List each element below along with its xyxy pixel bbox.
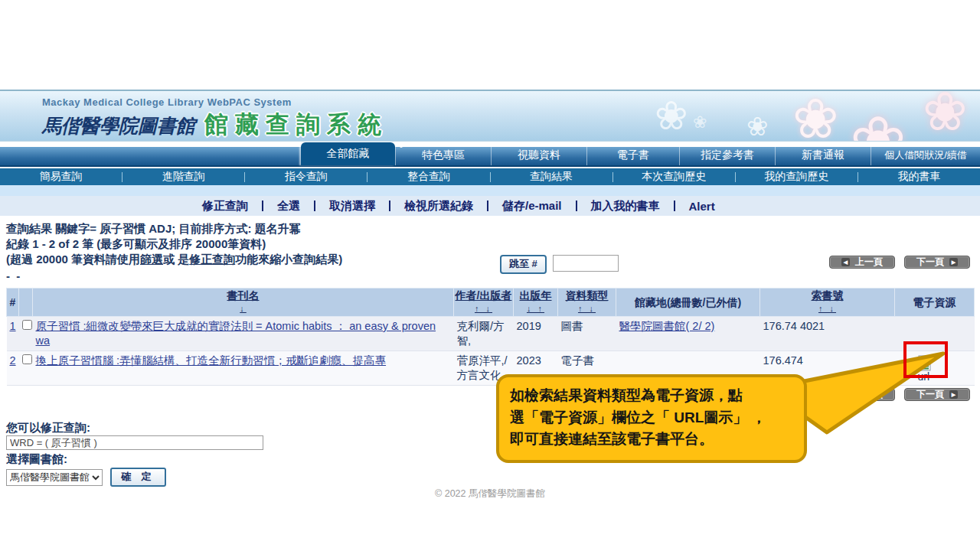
refine-search-form: 您可以修正查詢: 選擇圖書館: 馬偕醫學院圖書館 確 定 — [6, 420, 263, 487]
flower-icon: ❀ — [655, 93, 688, 139]
menu-simple-search[interactable]: 簡易查詢 — [0, 170, 122, 184]
col-checkbox — [19, 289, 33, 317]
menu-search-results[interactable]: 查詢結果 — [491, 170, 612, 184]
sort-callno-link[interactable]: 索書號 — [812, 289, 844, 302]
query-input[interactable] — [6, 435, 263, 450]
tab-special-zone[interactable]: 特色專區 — [395, 145, 491, 165]
tab-new-books[interactable]: 新書通報 — [775, 145, 871, 165]
toolbar-divider — [674, 201, 675, 211]
table-header-row: # 書刊名 ↓ 作者/出版者 ↑ ↓ 出版年 ↓ ↑ 資料類型 ↑ ↓ 館藏地(… — [7, 289, 975, 317]
col-title: 書刊名 ↓ — [33, 289, 454, 317]
collection-tabbar: 全部館藏 特色專區 視聽資料 電子書 指定參考書 新書通報 個人借閱狀況/續借 — [0, 147, 980, 167]
record-title-link[interactable]: 原子習慣 :細微改變帶來巨大成就的實證法則 = Atomic habits ： … — [36, 320, 436, 347]
sort-title-link[interactable]: 書刊名 — [227, 289, 260, 302]
instruction-callout: 如檢索結果資料類型為電子資源，點 選「電子資源」欄位之「 URL圖示」 ， 即可… — [496, 374, 807, 463]
tab-ebooks[interactable]: 電子書 — [586, 145, 679, 165]
jump-page-input[interactable] — [553, 255, 619, 272]
view-selected-action[interactable]: 檢視所選紀錄 — [404, 199, 473, 214]
sort-arrows-icon[interactable]: ↑ ↓ — [455, 303, 512, 315]
hint-text: 功能來縮小查詢結果) — [235, 253, 342, 266]
save-email-action[interactable]: 儲存/e-mail — [502, 199, 562, 214]
tab-label: 全部館藏 — [327, 147, 370, 161]
flower-icon: ❀ — [923, 90, 968, 142]
hint-text: (超過 20000 筆資料請使用 — [6, 253, 140, 266]
result-hint-line: (超過 20000 筆資料請使用篩選或 是修正查詢功能來縮小查詢結果) — [6, 252, 342, 267]
select-all-action[interactable]: 全選 — [277, 199, 300, 214]
record-author: 克利爾/方智, — [454, 317, 514, 351]
col-year: 出版年 ↓ ↑ — [514, 289, 558, 317]
tab-reserve-books[interactable]: 指定參考書 — [679, 145, 775, 165]
select-library-label: 選擇圖書館: — [6, 452, 263, 466]
system-name: 館藏查詢系統 — [204, 111, 388, 138]
menu-integrated-search[interactable]: 整合查詢 — [368, 170, 489, 184]
menu-my-search-history[interactable]: 我的查詢歷史 — [736, 170, 858, 184]
record-number-link[interactable]: 2 — [10, 354, 16, 367]
record-title-link[interactable]: 換上原子習慣腦 :弄懂腦結構、打造全新行動習慣；戒斷追劇癮、提高專 — [36, 354, 387, 367]
dashes-text: - - — [6, 269, 342, 284]
flower-icon: ❀ — [792, 90, 838, 142]
tab-personal-loan-status[interactable]: 個人借閱狀況/續借 — [871, 145, 980, 165]
menu-my-book-cart[interactable]: 我的書車 — [858, 170, 980, 184]
col-location: 館藏地(總冊數/已外借) — [616, 289, 760, 317]
sort-type-link[interactable]: 資料類型 — [566, 289, 609, 302]
sort-year-link[interactable]: 出版年 — [520, 289, 552, 302]
col-author: 作者/出版者 ↑ ↓ — [454, 289, 514, 317]
record-number-link[interactable]: 1 — [10, 320, 16, 332]
header-banner: ❀ ❀ ❀ ❀ ❀ ❀ Mackay Medical College Libra… — [0, 90, 980, 142]
flower-icon: ❀ — [693, 112, 707, 132]
menu-advanced-search[interactable]: 進階查詢 — [122, 170, 244, 184]
tab-label: 指定參考書 — [701, 148, 754, 162]
highlight-red-box — [903, 341, 948, 378]
flower-icon: ❀ — [850, 102, 906, 142]
sort-author-link[interactable]: 作者/出版者 — [456, 289, 512, 302]
modify-search-link[interactable]: 修正查詢 — [189, 253, 235, 266]
next-page-button[interactable]: 下一頁 ▶ — [904, 256, 970, 269]
toolbar-divider — [262, 201, 263, 211]
prev-arrow-icon: ◀ — [841, 258, 850, 266]
sort-arrows-icon[interactable]: ↑ ↓ — [761, 303, 893, 315]
result-query-line: 查詢結果 關鍵字= 原子習慣 ADJ; 目前排序方式: 題名升冪 — [6, 221, 342, 236]
sort-arrows-icon[interactable]: ↑ ↓ — [559, 303, 615, 315]
alert-action[interactable]: Alert — [689, 200, 715, 213]
prev-label: 上一頁 — [855, 256, 883, 269]
tab-av-materials[interactable]: 視聽資料 — [491, 145, 586, 165]
col-number: # — [7, 289, 19, 317]
menu-session-history[interactable]: 本次查詢歷史 — [613, 170, 735, 184]
webpac-page: ❀ ❀ ❀ ❀ ❀ ❀ Mackay Medical College Libra… — [0, 0, 980, 551]
logo-subtitle-en: Mackay Medical College Library WebPAC Sy… — [42, 96, 388, 108]
record-type: 圖書 — [558, 317, 616, 351]
confirm-button[interactable]: 確 定 — [110, 468, 166, 487]
tab-all-collections[interactable]: 全部館藏 — [301, 142, 395, 165]
search-menubar: 簡易查詢 進階查詢 指令查詢 整合查詢 查詢結果 本次查詢歷史 我的查詢歷史 我… — [0, 168, 980, 185]
hint-text: 或 是 — [163, 253, 189, 266]
library-select[interactable]: 馬偕醫學院圖書館 — [6, 469, 103, 486]
tab-label: 視聽資料 — [518, 148, 560, 162]
active-tab-dot — [400, 145, 403, 148]
prev-page-button[interactable]: ◀ 上一頁 — [829, 256, 895, 269]
jump-button[interactable]: 跳至 # — [500, 255, 547, 274]
callout-line: 選「電子資源」欄位之「 URL圖示」 ， — [510, 407, 793, 429]
record-checkbox[interactable] — [22, 354, 32, 364]
col-eresource: 電子資源 — [895, 289, 975, 317]
callout-line: 即可直接連結至該電子書平台。 — [510, 429, 793, 451]
toolbar-divider — [389, 201, 390, 211]
sort-arrows-icon[interactable]: ↓ — [34, 303, 452, 315]
spacer-strip — [0, 185, 980, 196]
next-label: 下一頁 — [916, 256, 944, 269]
deselect-action[interactable]: 取消選擇 — [329, 199, 375, 214]
record-location-link[interactable]: 醫學院圖書館( 2/ 2) — [619, 320, 715, 332]
tab-label: 新書通報 — [802, 148, 844, 162]
next-arrow-icon: ▶ — [949, 258, 958, 266]
pager-top: ◀ 上一頁 下一頁 ▶ — [829, 256, 970, 269]
filter-link[interactable]: 篩選 — [140, 253, 163, 266]
add-to-cart-action[interactable]: 加入我的書車 — [591, 199, 660, 214]
modify-search-action[interactable]: 修正查詢 — [202, 199, 248, 214]
tab-label: 電子書 — [617, 148, 649, 162]
sort-arrows-icon[interactable]: ↓ ↑ — [514, 303, 557, 315]
menu-command-search[interactable]: 指令查詢 — [245, 170, 367, 184]
record-year: 2019 — [514, 317, 558, 351]
record-checkbox[interactable] — [22, 320, 32, 330]
toolbar-divider — [314, 201, 315, 211]
results-toolbar: 修正查詢 全選 取消選擇 檢視所選紀錄 儲存/e-mail 加入我的書車 Ale… — [0, 196, 980, 216]
library-logo: Mackay Medical College Library WebPAC Sy… — [42, 96, 388, 141]
